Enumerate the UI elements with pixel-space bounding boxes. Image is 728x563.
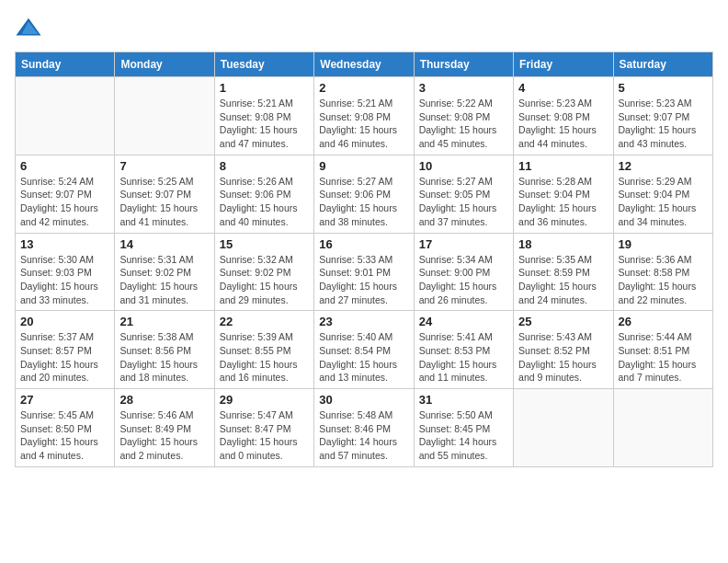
calendar-cell	[115, 77, 214, 155]
day-info: Sunrise: 5:36 AM Sunset: 8:58 PM Dayligh…	[619, 253, 708, 307]
calendar-cell: 12Sunrise: 5:29 AM Sunset: 9:04 PM Dayli…	[613, 155, 712, 233]
calendar-cell: 28Sunrise: 5:46 AM Sunset: 8:49 PM Dayli…	[115, 389, 214, 467]
day-info: Sunrise: 5:40 AM Sunset: 8:54 PM Dayligh…	[319, 330, 408, 385]
day-number: 27	[20, 393, 109, 407]
day-number: 23	[319, 315, 408, 328]
calendar-cell: 13Sunrise: 5:30 AM Sunset: 9:03 PM Dayli…	[16, 233, 115, 311]
weekday-header: Tuesday	[214, 52, 313, 77]
page-header	[15, 15, 713, 42]
day-number: 7	[119, 159, 209, 173]
calendar-cell: 6Sunrise: 5:24 AM Sunset: 9:07 PM Daylig…	[16, 155, 115, 233]
day-number: 21	[119, 315, 209, 328]
day-info: Sunrise: 5:29 AM Sunset: 9:04 PM Dayligh…	[619, 175, 708, 229]
day-number: 10	[419, 159, 508, 173]
calendar-week-row: 1Sunrise: 5:21 AM Sunset: 9:08 PM Daylig…	[16, 77, 713, 155]
day-info: Sunrise: 5:34 AM Sunset: 9:00 PM Dayligh…	[419, 253, 508, 307]
calendar-cell	[613, 389, 712, 467]
calendar-table: SundayMondayTuesdayWednesdayThursdayFrid…	[15, 52, 713, 467]
day-info: Sunrise: 5:50 AM Sunset: 8:45 PM Dayligh…	[419, 408, 508, 463]
weekday-header: Saturday	[613, 52, 712, 77]
day-number: 17	[419, 237, 508, 251]
weekday-header: Friday	[514, 52, 613, 77]
logo	[15, 15, 46, 42]
calendar-cell: 4Sunrise: 5:23 AM Sunset: 9:08 PM Daylig…	[514, 77, 613, 155]
calendar-cell: 26Sunrise: 5:44 AM Sunset: 8:51 PM Dayli…	[613, 311, 712, 389]
calendar-week-row: 27Sunrise: 5:45 AM Sunset: 8:50 PM Dayli…	[16, 389, 713, 467]
calendar-cell: 11Sunrise: 5:28 AM Sunset: 9:04 PM Dayli…	[514, 155, 613, 233]
calendar-cell	[16, 77, 115, 155]
calendar-cell: 3Sunrise: 5:22 AM Sunset: 9:08 PM Daylig…	[414, 77, 513, 155]
calendar-cell: 31Sunrise: 5:50 AM Sunset: 8:45 PM Dayli…	[414, 389, 513, 467]
calendar-cell: 25Sunrise: 5:43 AM Sunset: 8:52 PM Dayli…	[514, 311, 613, 389]
day-info: Sunrise: 5:46 AM Sunset: 8:49 PM Dayligh…	[119, 408, 209, 463]
day-info: Sunrise: 5:25 AM Sunset: 9:07 PM Dayligh…	[119, 175, 209, 229]
day-number: 26	[619, 315, 708, 328]
calendar-cell: 17Sunrise: 5:34 AM Sunset: 9:00 PM Dayli…	[414, 233, 513, 311]
day-info: Sunrise: 5:45 AM Sunset: 8:50 PM Dayligh…	[20, 408, 109, 463]
weekday-header: Thursday	[414, 52, 513, 77]
day-number: 22	[220, 315, 309, 328]
calendar-week-row: 6Sunrise: 5:24 AM Sunset: 9:07 PM Daylig…	[16, 155, 713, 233]
day-info: Sunrise: 5:35 AM Sunset: 8:59 PM Dayligh…	[518, 253, 608, 307]
calendar-cell: 10Sunrise: 5:27 AM Sunset: 9:05 PM Dayli…	[414, 155, 513, 233]
day-info: Sunrise: 5:27 AM Sunset: 9:06 PM Dayligh…	[319, 175, 408, 229]
day-info: Sunrise: 5:21 AM Sunset: 9:08 PM Dayligh…	[220, 97, 309, 151]
day-number: 15	[220, 237, 309, 251]
day-info: Sunrise: 5:43 AM Sunset: 8:52 PM Dayligh…	[518, 330, 608, 385]
logo-icon	[15, 15, 42, 42]
calendar-cell	[514, 389, 613, 467]
day-number: 30	[319, 393, 408, 407]
day-number: 3	[419, 81, 508, 95]
day-number: 13	[20, 237, 109, 251]
calendar-cell: 2Sunrise: 5:21 AM Sunset: 9:08 PM Daylig…	[314, 77, 414, 155]
day-info: Sunrise: 5:47 AM Sunset: 8:47 PM Dayligh…	[220, 408, 309, 463]
day-number: 4	[518, 81, 608, 95]
day-info: Sunrise: 5:37 AM Sunset: 8:57 PM Dayligh…	[20, 330, 109, 385]
calendar-cell: 23Sunrise: 5:40 AM Sunset: 8:54 PM Dayli…	[314, 311, 414, 389]
day-number: 16	[319, 237, 408, 251]
calendar-cell: 29Sunrise: 5:47 AM Sunset: 8:47 PM Dayli…	[214, 389, 313, 467]
day-info: Sunrise: 5:24 AM Sunset: 9:07 PM Dayligh…	[20, 175, 109, 229]
day-number: 2	[319, 81, 408, 95]
weekday-header: Wednesday	[314, 52, 414, 77]
day-info: Sunrise: 5:21 AM Sunset: 9:08 PM Dayligh…	[319, 97, 408, 151]
calendar-cell: 21Sunrise: 5:38 AM Sunset: 8:56 PM Dayli…	[115, 311, 214, 389]
calendar-cell: 15Sunrise: 5:32 AM Sunset: 9:02 PM Dayli…	[214, 233, 313, 311]
calendar-cell: 7Sunrise: 5:25 AM Sunset: 9:07 PM Daylig…	[115, 155, 214, 233]
day-info: Sunrise: 5:32 AM Sunset: 9:02 PM Dayligh…	[220, 253, 309, 307]
day-info: Sunrise: 5:28 AM Sunset: 9:04 PM Dayligh…	[518, 175, 608, 229]
day-info: Sunrise: 5:31 AM Sunset: 9:02 PM Dayligh…	[119, 253, 209, 307]
day-number: 18	[518, 237, 608, 251]
day-number: 29	[220, 393, 309, 407]
calendar-cell: 30Sunrise: 5:48 AM Sunset: 8:46 PM Dayli…	[314, 389, 414, 467]
calendar-cell: 20Sunrise: 5:37 AM Sunset: 8:57 PM Dayli…	[16, 311, 115, 389]
calendar-week-row: 13Sunrise: 5:30 AM Sunset: 9:03 PM Dayli…	[16, 233, 713, 311]
day-info: Sunrise: 5:33 AM Sunset: 9:01 PM Dayligh…	[319, 253, 408, 307]
day-number: 11	[518, 159, 608, 173]
day-number: 6	[20, 159, 109, 173]
weekday-header: Sunday	[16, 52, 115, 77]
day-number: 24	[419, 315, 508, 328]
day-info: Sunrise: 5:48 AM Sunset: 8:46 PM Dayligh…	[319, 408, 408, 463]
day-number: 5	[619, 81, 708, 95]
day-info: Sunrise: 5:41 AM Sunset: 8:53 PM Dayligh…	[419, 330, 508, 385]
day-info: Sunrise: 5:26 AM Sunset: 9:06 PM Dayligh…	[220, 175, 309, 229]
day-info: Sunrise: 5:27 AM Sunset: 9:05 PM Dayligh…	[419, 175, 508, 229]
day-info: Sunrise: 5:23 AM Sunset: 9:07 PM Dayligh…	[619, 97, 708, 151]
calendar-cell: 19Sunrise: 5:36 AM Sunset: 8:58 PM Dayli…	[613, 233, 712, 311]
day-info: Sunrise: 5:22 AM Sunset: 9:08 PM Dayligh…	[419, 97, 508, 151]
day-info: Sunrise: 5:30 AM Sunset: 9:03 PM Dayligh…	[20, 253, 109, 307]
calendar-cell: 24Sunrise: 5:41 AM Sunset: 8:53 PM Dayli…	[414, 311, 513, 389]
calendar-header-row: SundayMondayTuesdayWednesdayThursdayFrid…	[16, 52, 713, 77]
calendar-cell: 8Sunrise: 5:26 AM Sunset: 9:06 PM Daylig…	[214, 155, 313, 233]
day-info: Sunrise: 5:38 AM Sunset: 8:56 PM Dayligh…	[119, 330, 209, 385]
day-number: 14	[119, 237, 209, 251]
day-number: 31	[419, 393, 508, 407]
calendar-cell: 5Sunrise: 5:23 AM Sunset: 9:07 PM Daylig…	[613, 77, 712, 155]
calendar-cell: 14Sunrise: 5:31 AM Sunset: 9:02 PM Dayli…	[115, 233, 214, 311]
calendar-cell: 9Sunrise: 5:27 AM Sunset: 9:06 PM Daylig…	[314, 155, 414, 233]
day-number: 9	[319, 159, 408, 173]
day-number: 28	[119, 393, 209, 407]
day-info: Sunrise: 5:44 AM Sunset: 8:51 PM Dayligh…	[619, 330, 708, 385]
day-number: 19	[619, 237, 708, 251]
